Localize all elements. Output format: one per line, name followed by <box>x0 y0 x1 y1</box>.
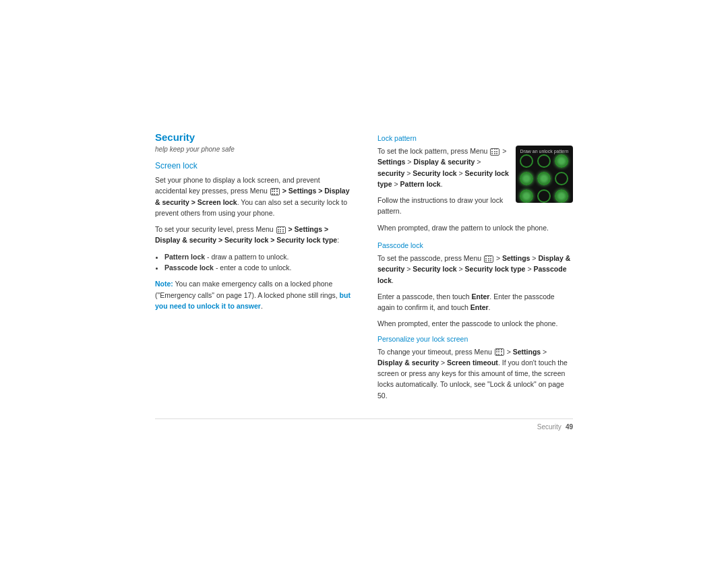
screen-lock-title: Screen lock <box>155 161 351 170</box>
lock-pattern-block: Draw an unlock pattern To set th <box>377 146 573 239</box>
dot-1 <box>520 154 533 168</box>
left-column: Security help keep your phone safe Scree… <box>155 131 351 317</box>
dot-6 <box>555 172 568 185</box>
dot-3 <box>555 154 568 168</box>
bullet-2: Passcode lock - enter a code to unlock. <box>164 262 351 273</box>
note-body: You can make emergency calls on a locked… <box>155 280 340 299</box>
menu-icon-4 <box>484 255 493 263</box>
bullet-list: Pattern lock - draw a pattern to unlock.… <box>164 251 351 274</box>
right-column: Lock pattern Draw an unlock pattern <box>377 131 573 406</box>
menu-icon-2 <box>276 226 286 234</box>
para2-bold: > Settings > Display & security > Securi… <box>155 225 337 244</box>
dots-grid <box>520 154 570 204</box>
note-text: Note: You can make emergency calls on a … <box>155 278 351 311</box>
footer-label: Security <box>537 423 562 431</box>
passcode-para1: To set the passcode, press Menu > Settin… <box>377 253 573 286</box>
lock-pattern-image: Draw an unlock pattern <box>516 146 573 203</box>
note-label: Note: <box>155 280 173 288</box>
menu-icon-1 <box>270 188 280 195</box>
dot-4 <box>520 172 533 185</box>
section-title: Security <box>155 131 351 143</box>
lock-pattern-para3: When prompted, draw the pattern to unloc… <box>377 222 573 233</box>
dot-9 <box>555 189 568 203</box>
footer: Security 49 <box>155 418 573 431</box>
dot-2 <box>537 154 551 168</box>
menu-icon-5 <box>495 348 504 356</box>
menu-icon-3 <box>490 148 499 156</box>
personalize-title: Personalize your lock screen <box>377 335 573 343</box>
bullet-1: Pattern lock - draw a pattern to unlock. <box>164 251 351 262</box>
dot-7 <box>520 189 533 203</box>
dot-8 <box>537 189 551 203</box>
para1: Set your phone to display a lock screen,… <box>155 175 351 218</box>
lock-image-label: Draw an unlock pattern <box>516 149 573 154</box>
personalize-para: To change your timeout, press Menu > Set… <box>377 346 573 401</box>
subtitle: help keep your phone safe <box>155 146 351 153</box>
passcode-para2: Enter a passcode, then touch Enter. Ente… <box>377 291 573 313</box>
passcode-para3: When prompted, enter the passcode to unl… <box>377 318 573 329</box>
lock-pattern-title: Lock pattern <box>377 134 573 142</box>
page: Security help keep your phone safe Scree… <box>155 131 573 431</box>
footer-page: 49 <box>566 423 573 431</box>
dot-5 <box>537 172 551 185</box>
passcode-title: Passcode lock <box>377 241 573 249</box>
para2: To set your security level, press Menu >… <box>155 224 351 246</box>
